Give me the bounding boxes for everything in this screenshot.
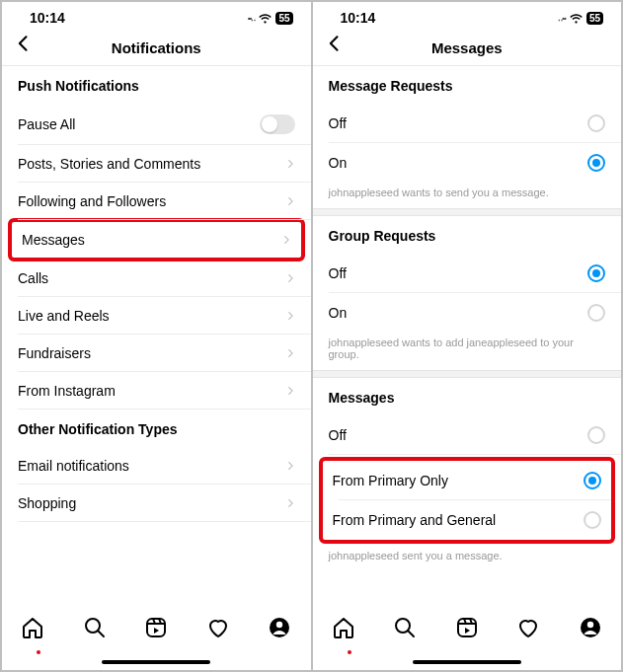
row-groupreq-on[interactable]: On <box>313 293 622 333</box>
row-msgreq-off[interactable]: Off <box>313 104 622 143</box>
svg-rect-5 <box>458 619 476 636</box>
battery-icon: 55 <box>586 12 603 25</box>
row-label: Fundraisers <box>18 345 91 361</box>
row-label: Following and Followers <box>18 193 166 209</box>
svg-rect-1 <box>147 619 165 636</box>
row-msg-off[interactable]: Off <box>313 415 622 455</box>
highlight-messages-row: Messages <box>8 218 305 261</box>
cellular-icon: ••‥ <box>248 14 256 23</box>
battery-icon: 55 <box>275 12 292 25</box>
row-label: From Primary Only <box>333 473 448 488</box>
status-time: 10:14 <box>30 10 65 26</box>
row-calls[interactable]: Calls <box>2 260 311 297</box>
radio-primary-only[interactable] <box>584 472 601 489</box>
row-shopping[interactable]: Shopping <box>2 485 311 522</box>
svg-point-7 <box>587 622 593 628</box>
chevron-right-icon <box>285 309 295 323</box>
row-pause-all[interactable]: Pause All <box>2 104 311 145</box>
chevron-right-icon <box>285 459 295 473</box>
row-label: Off <box>329 427 347 443</box>
home-icon[interactable] <box>332 616 355 639</box>
row-label: Live and Reels <box>18 308 110 324</box>
svg-point-3 <box>276 622 282 628</box>
page-title: Messages <box>431 39 503 56</box>
chevron-right-icon <box>281 233 291 247</box>
chevron-right-icon <box>285 384 295 398</box>
row-label: Posts, Stories and Comments <box>18 156 200 172</box>
row-groupreq-off[interactable]: Off <box>313 254 622 293</box>
row-label: On <box>329 305 348 321</box>
chevron-right-icon <box>285 157 295 171</box>
nav-bar: Notifications <box>2 30 311 65</box>
section-header-message-requests: Message Requests <box>313 66 622 104</box>
radio-on[interactable] <box>587 154 605 172</box>
profile-icon[interactable] <box>579 616 602 639</box>
hint-messages: johnappleseed sent you a message. <box>313 546 622 571</box>
home-indicator <box>102 660 210 664</box>
nav-bar: Messages <box>313 30 622 65</box>
row-label: Shopping <box>18 495 76 511</box>
home-icon[interactable] <box>21 616 44 639</box>
wifi-icon <box>569 11 584 26</box>
back-icon[interactable] <box>14 34 34 53</box>
radio-primary-general[interactable] <box>584 511 601 529</box>
search-icon[interactable] <box>393 616 417 639</box>
section-header-other: Other Notification Types <box>2 410 311 447</box>
chevron-right-icon <box>285 271 295 285</box>
status-bar: 10:14 ‥•• 55 <box>313 2 622 30</box>
page-title: Notifications <box>112 39 201 56</box>
radio-off[interactable] <box>587 114 605 132</box>
chevron-right-icon <box>285 194 295 208</box>
row-label: Pause All <box>18 116 75 132</box>
row-posts-stories-comments[interactable]: Posts, Stories and Comments <box>2 145 311 183</box>
phone-left-notifications: 10:14 ••‥ 55 Notifications Push Notifica… <box>2 2 311 670</box>
heart-icon[interactable] <box>206 616 230 639</box>
toggle-pause-all[interactable] <box>260 114 295 134</box>
radio-off-selected[interactable] <box>587 264 605 282</box>
row-label: Email notifications <box>18 458 129 474</box>
row-label: From Primary and General <box>333 512 497 528</box>
profile-icon[interactable] <box>268 616 291 639</box>
row-label: Calls <box>18 270 48 286</box>
notification-dot-icon <box>37 650 40 654</box>
row-following-followers[interactable]: Following and Followers <box>2 183 311 220</box>
back-icon[interactable] <box>325 34 345 53</box>
radio-on[interactable] <box>587 304 605 322</box>
hint-message-requests: johnappleseed wants to send you a messag… <box>313 183 622 208</box>
wifi-icon <box>258 11 273 26</box>
row-messages[interactable]: Messages <box>12 222 301 258</box>
section-header-group-requests: Group Requests <box>313 216 622 254</box>
row-msg-primary-general[interactable]: From Primary and General <box>323 500 612 540</box>
row-label: Off <box>329 265 347 281</box>
reels-icon[interactable] <box>144 616 168 639</box>
chevron-right-icon <box>285 346 295 360</box>
radio-off[interactable] <box>587 426 605 444</box>
row-live-reels[interactable]: Live and Reels <box>2 297 311 335</box>
row-msg-primary-only[interactable]: From Primary Only <box>323 461 612 500</box>
row-label: From Instagram <box>18 383 116 399</box>
heart-icon[interactable] <box>516 616 540 639</box>
row-label: On <box>329 155 348 171</box>
row-label: Messages <box>22 232 85 248</box>
status-bar: 10:14 ••‥ 55 <box>2 2 311 30</box>
highlight-messages-options: From Primary Only From Primary and Gener… <box>319 457 616 544</box>
row-msgreq-on[interactable]: On <box>313 143 622 183</box>
row-email-notifications[interactable]: Email notifications <box>2 447 311 485</box>
cellular-icon: ‥•• <box>558 14 566 23</box>
reels-icon[interactable] <box>455 616 479 639</box>
chevron-right-icon <box>285 496 295 510</box>
row-label: Off <box>329 115 347 131</box>
notification-dot-icon <box>348 650 351 654</box>
section-header-push: Push Notifications <box>2 66 311 104</box>
phone-right-messages: 10:14 ‥•• 55 Messages Message Requests O… <box>313 2 622 670</box>
section-header-messages: Messages <box>313 378 622 415</box>
row-fundraisers[interactable]: Fundraisers <box>2 335 311 372</box>
status-time: 10:14 <box>341 10 376 26</box>
home-indicator <box>413 660 521 664</box>
hint-group-requests: johnappleseed wants to add janeappleseed… <box>313 333 622 370</box>
search-icon[interactable] <box>83 616 107 639</box>
row-from-instagram[interactable]: From Instagram <box>2 372 311 410</box>
